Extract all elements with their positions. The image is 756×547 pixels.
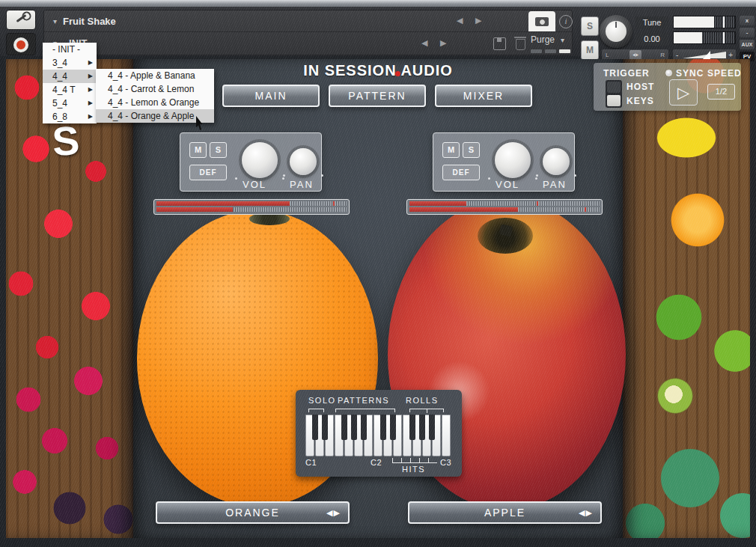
- black-key[interactable]: [390, 415, 396, 440]
- close-button[interactable]: x: [740, 16, 755, 25]
- black-key[interactable]: [429, 415, 435, 440]
- load-fill: [156, 207, 233, 212]
- pan-label: PAN: [543, 179, 567, 190]
- keyboard-keys: [305, 415, 453, 456]
- trash-icon[interactable]: [516, 39, 525, 50]
- rolls-range-label: ROLLS: [406, 396, 439, 405]
- pan-knob[interactable]: [290, 148, 317, 175]
- hits-label: HITS: [402, 465, 425, 474]
- title-dropdown-icon[interactable]: ▾: [53, 17, 57, 25]
- channel-strip-apple: M S DEF VOL PAN: [433, 132, 575, 192]
- tune-knob-cap: [606, 21, 627, 42]
- next-preset-button[interactable]: ▶: [440, 38, 446, 48]
- menu-item-3-4[interactable]: 3_4 ▶: [43, 56, 97, 70]
- sync-radio[interactable]: [665, 70, 672, 76]
- tab-pattern[interactable]: PATTERN: [329, 85, 426, 107]
- purge-dropdown-icon: ▾: [561, 36, 564, 44]
- brand-logo: IN SESSION AUDIO: [251, 62, 505, 79]
- next-fruit-icon[interactable]: ▶: [334, 508, 341, 517]
- tab-main[interactable]: MAIN: [222, 85, 320, 107]
- preset-submenu: 4_4 - Apple & Banana 4_4 - Carrot & Lemo…: [96, 69, 214, 123]
- speed-value-button[interactable]: 1/2: [707, 84, 735, 100]
- tab-mixer[interactable]: MIXER: [435, 85, 532, 107]
- pan-knob[interactable]: [543, 148, 570, 175]
- submenu-arrow-icon: ▶: [88, 97, 93, 110]
- toggle-keys-cell[interactable]: [607, 95, 621, 106]
- menu-item-init[interactable]: - INIT -: [43, 43, 97, 56]
- next-instrument-button[interactable]: ▶: [475, 16, 481, 25]
- load-tick: [537, 201, 538, 206]
- black-key[interactable]: [380, 415, 386, 440]
- load-fill: [409, 207, 518, 212]
- window-controls: x - AUX PV: [740, 16, 755, 64]
- load-tick: [585, 207, 586, 212]
- black-key[interactable]: [312, 415, 318, 440]
- volume-knob[interactable]: [242, 142, 278, 178]
- prev-fruit-icon[interactable]: ◀: [579, 508, 585, 517]
- menu-item-4-4[interactable]: 4_4 ▶: [43, 70, 97, 83]
- instrument-body: [1 S IN SESSION AUDIO MAIN PATTERN MIXER…: [6, 59, 750, 538]
- play-button[interactable]: ▷: [669, 79, 698, 106]
- mute-button[interactable]: M: [442, 142, 460, 158]
- submenu-item-lemon-orange[interactable]: 4_4 - Lemon & Orange: [96, 96, 214, 109]
- load-fill: [409, 201, 466, 206]
- default-button[interactable]: DEF: [442, 165, 480, 180]
- black-key[interactable]: [361, 415, 367, 440]
- submenu-item-apple-banana[interactable]: 4_4 - Apple & Banana: [96, 69, 214, 82]
- window-top-strip: [0, 0, 756, 7]
- black-key[interactable]: [351, 415, 357, 440]
- info-button[interactable]: i: [559, 15, 573, 28]
- prev-fruit-icon[interactable]: ◀: [326, 508, 333, 517]
- menu-item-6-8[interactable]: 6_8 ▶: [43, 110, 97, 123]
- prev-preset-button[interactable]: ◀: [421, 38, 427, 48]
- tune-value[interactable]: 0.00: [635, 33, 668, 46]
- load-tick: [333, 201, 335, 206]
- view-tab[interactable]: [528, 11, 555, 31]
- tune-knob[interactable]: [600, 15, 632, 48]
- rolls-bracket: [409, 409, 444, 412]
- submenu-item-carrot-lemon[interactable]: 4_4 - Carrot & Lemon: [96, 82, 214, 96]
- black-key[interactable]: [419, 415, 425, 440]
- host-keys-toggle[interactable]: [606, 80, 622, 108]
- menu-item-4-4t[interactable]: 4_4 T ▶: [43, 83, 97, 97]
- aux-button[interactable]: AUX: [740, 40, 755, 49]
- vol-label: VOL: [496, 179, 519, 190]
- black-key[interactable]: [322, 415, 328, 440]
- black-key[interactable]: [341, 415, 347, 440]
- preset-menu: - INIT - 3_4 ▶ 4_4 ▶ 4_4 T ▶ 5_4 ▶ 6_8 ▶: [43, 43, 97, 123]
- volume-knob[interactable]: [495, 142, 531, 178]
- preset-row: ▾ - INIT - ◀ ▶ Purge ▾: [44, 33, 572, 55]
- mute-button[interactable]: M: [189, 142, 207, 158]
- header-mute-button[interactable]: M: [581, 40, 599, 60]
- toggle-host-cell[interactable]: [607, 82, 621, 93]
- channel-strip-orange: M S DEF VOL PAN: [180, 132, 322, 192]
- default-button[interactable]: DEF: [189, 165, 227, 180]
- black-key[interactable]: [409, 415, 415, 440]
- solo-bracket: [308, 409, 324, 412]
- meter-right: [673, 31, 736, 44]
- octave-label-c1: C1: [305, 458, 317, 467]
- white-key[interactable]: [442, 415, 451, 456]
- meter-fill: [674, 16, 714, 28]
- background-fruits-right: [623, 59, 750, 538]
- minimize-button[interactable]: -: [740, 28, 755, 37]
- wrench-button[interactable]: [6, 10, 36, 30]
- keyboard-map-panel: SOLO PATTERNS ROLLS C1 C2 C3 HITS: [296, 390, 462, 477]
- save-icon[interactable]: [493, 37, 506, 50]
- fruit-selector-orange[interactable]: ORANGE ◀▶: [156, 501, 350, 524]
- meter-tick: [723, 32, 725, 43]
- next-fruit-icon[interactable]: ▶: [586, 508, 593, 517]
- load-bars-apple: [406, 199, 603, 215]
- load-bar: [409, 207, 600, 212]
- prev-instrument-button[interactable]: ◀: [457, 16, 463, 25]
- fruit-selector-apple[interactable]: APPLE ◀▶: [408, 501, 602, 524]
- menu-item-5-4[interactable]: 5_4 ▶: [43, 97, 97, 110]
- trigger-label: TRIGGER: [603, 68, 650, 79]
- purge-dropdown[interactable]: Purge ▾: [531, 34, 573, 45]
- patterns-range-label: PATTERNS: [338, 396, 389, 405]
- brand-record-button[interactable]: [6, 33, 36, 55]
- load-bars-orange: [153, 199, 350, 215]
- header-solo-button[interactable]: S: [581, 16, 599, 36]
- solo-button[interactable]: S: [463, 142, 480, 158]
- solo-button[interactable]: S: [210, 142, 227, 158]
